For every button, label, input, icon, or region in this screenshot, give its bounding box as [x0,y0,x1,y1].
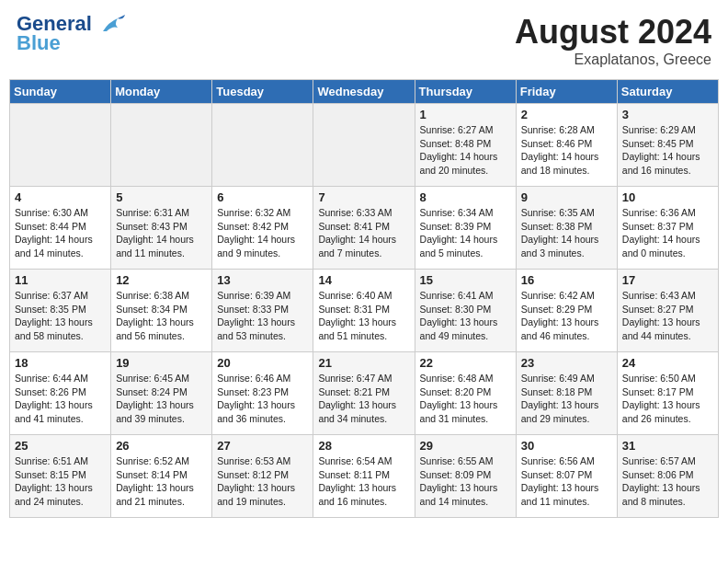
day-number: 27 [217,439,308,453]
calendar-cell: 22Sunrise: 6:48 AMSunset: 8:20 PMDayligh… [415,352,516,435]
calendar-cell: 15Sunrise: 6:41 AMSunset: 8:30 PMDayligh… [415,270,516,352]
weekday-header-friday: Friday [516,80,617,104]
calendar-cell: 10Sunrise: 6:36 AMSunset: 8:37 PMDayligh… [617,187,718,270]
day-info: Sunrise: 6:36 AMSunset: 8:37 PMDaylight:… [622,206,713,260]
day-info: Sunrise: 6:54 AMSunset: 8:11 PMDaylight:… [318,454,409,509]
calendar-week-row: 11Sunrise: 6:37 AMSunset: 8:35 PMDayligh… [10,270,719,352]
calendar-week-row: 25Sunrise: 6:51 AMSunset: 8:15 PMDayligh… [10,435,719,518]
day-number: 22 [420,356,511,370]
calendar-cell: 11Sunrise: 6:37 AMSunset: 8:35 PMDayligh… [10,270,111,352]
day-number: 24 [622,356,713,370]
calendar-table: SundayMondayTuesdayWednesdayThursdayFrid… [9,79,719,518]
weekday-header-tuesday: Tuesday [212,80,313,104]
day-number: 30 [521,439,612,453]
weekday-header-monday: Monday [111,80,212,104]
day-info: Sunrise: 6:48 AMSunset: 8:20 PMDaylight:… [420,372,511,426]
calendar-cell: 16Sunrise: 6:42 AMSunset: 8:29 PMDayligh… [516,270,617,352]
day-number: 26 [116,439,207,453]
day-info: Sunrise: 6:28 AMSunset: 8:46 PMDaylight:… [521,123,612,178]
calendar-cell: 28Sunrise: 6:54 AMSunset: 8:11 PMDayligh… [313,435,415,518]
day-info: Sunrise: 6:42 AMSunset: 8:29 PMDaylight:… [521,289,612,343]
day-number: 14 [318,273,409,287]
day-number: 1 [420,108,511,121]
calendar-cell: 29Sunrise: 6:55 AMSunset: 8:09 PMDayligh… [415,435,516,518]
calendar-cell: 30Sunrise: 6:56 AMSunset: 8:07 PMDayligh… [516,435,617,518]
day-info: Sunrise: 6:43 AMSunset: 8:27 PMDaylight:… [622,289,713,343]
calendar-cell [10,104,111,187]
day-number: 9 [521,190,612,204]
day-number: 15 [420,273,511,287]
day-info: Sunrise: 6:50 AMSunset: 8:17 PMDaylight:… [622,372,713,426]
calendar-cell [212,104,313,187]
day-info: Sunrise: 6:47 AMSunset: 8:21 PMDaylight:… [318,372,409,426]
calendar-cell: 18Sunrise: 6:44 AMSunset: 8:26 PMDayligh… [10,352,111,435]
calendar-cell: 24Sunrise: 6:50 AMSunset: 8:17 PMDayligh… [617,352,718,435]
calendar-cell: 19Sunrise: 6:45 AMSunset: 8:24 PMDayligh… [111,352,212,435]
day-number: 12 [116,273,207,287]
weekday-header-thursday: Thursday [415,80,516,104]
weekday-header-wednesday: Wednesday [313,80,415,104]
calendar-cell: 1Sunrise: 6:27 AMSunset: 8:48 PMDaylight… [415,104,516,187]
calendar-cell: 20Sunrise: 6:46 AMSunset: 8:23 PMDayligh… [212,352,313,435]
calendar-week-row: 4Sunrise: 6:30 AMSunset: 8:44 PMDaylight… [10,187,719,270]
day-number: 11 [15,273,106,287]
day-number: 7 [318,190,409,204]
calendar-cell: 2Sunrise: 6:28 AMSunset: 8:46 PMDaylight… [516,104,617,187]
day-number: 21 [318,356,409,370]
day-number: 5 [116,190,207,204]
calendar-cell: 9Sunrise: 6:35 AMSunset: 8:38 PMDaylight… [516,187,617,270]
day-number: 17 [622,273,713,287]
calendar-cell: 21Sunrise: 6:47 AMSunset: 8:21 PMDayligh… [313,352,415,435]
day-number: 6 [217,190,308,204]
day-info: Sunrise: 6:57 AMSunset: 8:06 PMDaylight:… [622,454,713,509]
calendar-week-row: 18Sunrise: 6:44 AMSunset: 8:26 PMDayligh… [10,352,719,435]
logo: General Blue [17,13,125,55]
day-number: 20 [217,356,308,370]
calendar-cell: 27Sunrise: 6:53 AMSunset: 8:12 PMDayligh… [212,435,313,518]
day-number: 25 [15,439,106,453]
day-info: Sunrise: 6:51 AMSunset: 8:15 PMDaylight:… [15,454,106,509]
weekday-header-sunday: Sunday [10,80,111,104]
calendar-cell: 6Sunrise: 6:32 AMSunset: 8:42 PMDaylight… [212,187,313,270]
calendar-cell: 4Sunrise: 6:30 AMSunset: 8:44 PMDaylight… [10,187,111,270]
day-info: Sunrise: 6:45 AMSunset: 8:24 PMDaylight:… [116,372,207,426]
day-info: Sunrise: 6:27 AMSunset: 8:48 PMDaylight:… [420,123,511,178]
day-number: 16 [521,273,612,287]
day-number: 31 [622,439,713,453]
location-subtitle: Exaplatanos, Greece [515,52,711,68]
day-info: Sunrise: 6:37 AMSunset: 8:35 PMDaylight:… [15,289,106,343]
day-info: Sunrise: 6:46 AMSunset: 8:23 PMDaylight:… [217,372,308,426]
day-info: Sunrise: 6:35 AMSunset: 8:38 PMDaylight:… [521,206,612,260]
calendar-cell: 7Sunrise: 6:33 AMSunset: 8:41 PMDaylight… [313,187,415,270]
day-number: 3 [622,108,713,121]
day-info: Sunrise: 6:40 AMSunset: 8:31 PMDaylight:… [318,289,409,343]
day-info: Sunrise: 6:38 AMSunset: 8:34 PMDaylight:… [116,289,207,343]
day-info: Sunrise: 6:53 AMSunset: 8:12 PMDaylight:… [217,454,308,509]
calendar-cell: 25Sunrise: 6:51 AMSunset: 8:15 PMDayligh… [10,435,111,518]
day-number: 13 [217,273,308,287]
day-number: 4 [15,190,106,204]
calendar-cell: 26Sunrise: 6:52 AMSunset: 8:14 PMDayligh… [111,435,212,518]
day-number: 29 [420,439,511,453]
calendar-cell [111,104,212,187]
calendar-week-row: 1Sunrise: 6:27 AMSunset: 8:48 PMDaylight… [10,104,719,187]
day-info: Sunrise: 6:31 AMSunset: 8:43 PMDaylight:… [116,206,207,260]
calendar-cell: 14Sunrise: 6:40 AMSunset: 8:31 PMDayligh… [313,270,415,352]
day-number: 28 [318,439,409,453]
day-number: 18 [15,356,106,370]
day-info: Sunrise: 6:41 AMSunset: 8:30 PMDaylight:… [420,289,511,343]
calendar-cell [313,104,415,187]
calendar-cell: 5Sunrise: 6:31 AMSunset: 8:43 PMDaylight… [111,187,212,270]
day-number: 8 [420,190,511,204]
weekday-header-saturday: Saturday [617,80,718,104]
day-number: 2 [521,108,612,121]
day-info: Sunrise: 6:49 AMSunset: 8:18 PMDaylight:… [521,372,612,426]
day-info: Sunrise: 6:55 AMSunset: 8:09 PMDaylight:… [420,454,511,509]
day-info: Sunrise: 6:44 AMSunset: 8:26 PMDaylight:… [15,372,106,426]
month-year-title: August 2024 [515,13,711,52]
title-section: August 2024 Exaplatanos, Greece [515,13,711,68]
calendar-cell: 23Sunrise: 6:49 AMSunset: 8:18 PMDayligh… [516,352,617,435]
logo-bird-icon [99,15,125,35]
calendar-cell: 31Sunrise: 6:57 AMSunset: 8:06 PMDayligh… [617,435,718,518]
day-info: Sunrise: 6:34 AMSunset: 8:39 PMDaylight:… [420,206,511,260]
